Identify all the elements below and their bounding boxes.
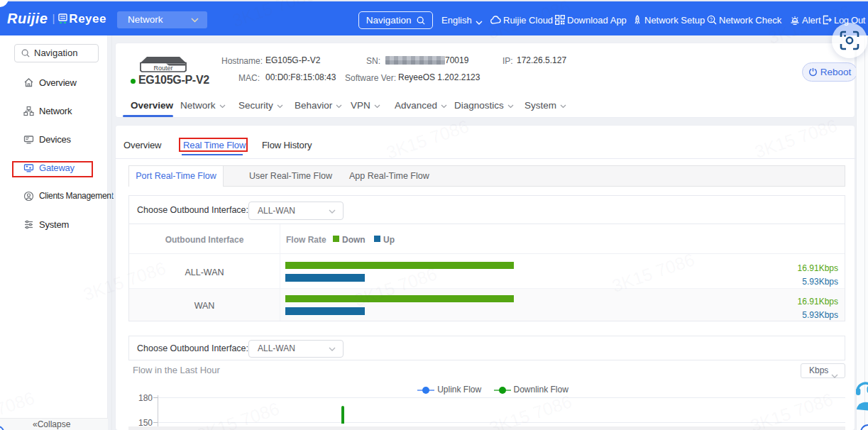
svg-text:Router: Router [153, 65, 172, 72]
